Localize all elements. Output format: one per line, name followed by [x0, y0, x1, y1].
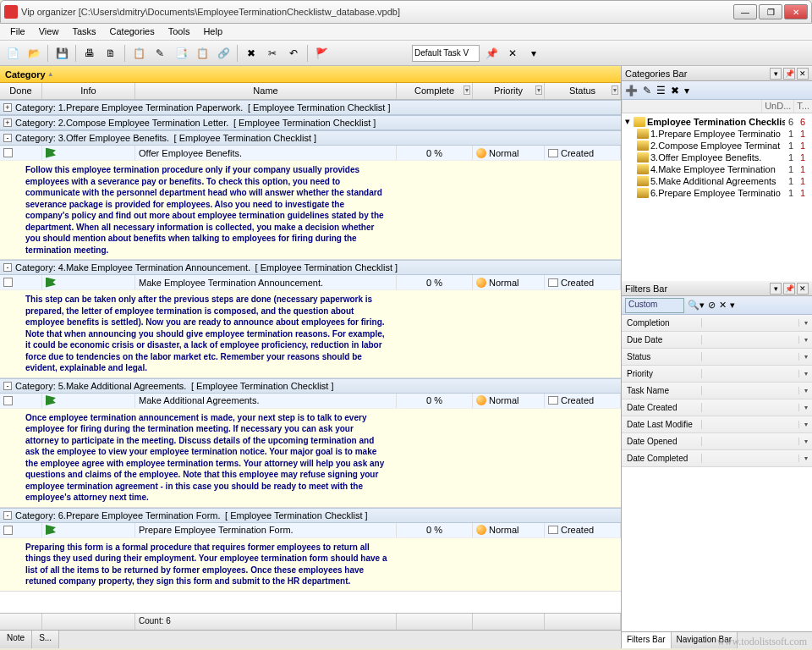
undo-button[interactable]: ↶ — [284, 44, 303, 63]
expand-toggle-icon[interactable]: - — [3, 382, 12, 390]
new-button[interactable]: 📄 — [3, 44, 22, 63]
menu-help[interactable]: Help — [196, 24, 229, 40]
edit-button[interactable]: ✎ — [151, 44, 169, 63]
dropdown-icon[interactable]: ▾ — [798, 387, 812, 394]
minimize-button[interactable]: — — [733, 4, 757, 19]
view-combo[interactable] — [412, 45, 480, 62]
cat-col-name[interactable] — [622, 100, 761, 113]
checkbox[interactable] — [3, 278, 13, 287]
tab-filters[interactable]: Filters Bar — [622, 632, 672, 648]
task-row[interactable]: Offer Employee Benefits.0 %NormalCreated — [0, 146, 621, 161]
expand-toggle-icon[interactable]: - — [3, 263, 12, 272]
expand-toggle-icon[interactable]: - — [3, 511, 12, 520]
cat-edit-icon[interactable]: ✎ — [643, 85, 651, 96]
expand-toggle-icon[interactable]: - — [3, 134, 12, 142]
tree-item[interactable]: 2.Compose Employee Terminat11 — [623, 140, 810, 151]
tab-s[interactable]: S... — [32, 631, 59, 648]
cell-done[interactable] — [0, 523, 42, 537]
filter-row[interactable]: Completion▾ — [622, 315, 812, 332]
filter-row[interactable]: Status▾ — [622, 349, 812, 366]
filter-row[interactable]: Priority▾ — [622, 366, 812, 383]
dropdown-icon[interactable]: ▾ — [798, 353, 812, 361]
group-header[interactable]: +Category: 1.Prepare Employee Terminatio… — [0, 100, 621, 115]
panel-close-button[interactable]: ✕ — [797, 68, 809, 80]
link-button[interactable]: 🔗 — [214, 44, 233, 63]
panel-pin-button[interactable]: 📌 — [783, 68, 795, 80]
tree-item[interactable]: 5.Make Additional Agreements11 — [623, 175, 810, 187]
group-header[interactable]: -Category: 3.Offer Employee Benefits. [ … — [0, 130, 621, 146]
cell-done[interactable] — [0, 394, 42, 408]
group-header[interactable]: -Category: 5.Make Additional Agreements.… — [0, 378, 621, 394]
checkbox[interactable] — [3, 526, 13, 535]
cat-more-icon[interactable]: ▾ — [684, 85, 689, 96]
dropdown-icon[interactable]: ▾ — [798, 404, 812, 411]
print-button[interactable]: 🖶 — [80, 44, 99, 63]
col-info[interactable]: Info — [42, 83, 135, 99]
dropdown-icon[interactable]: ▾ — [798, 370, 812, 377]
tree-item[interactable]: 6.Prepare Employee Terminatio11 — [623, 187, 810, 199]
dropdown-icon[interactable]: ▾ — [798, 336, 812, 344]
filter-dropdown-icon[interactable]: ▾ — [535, 85, 542, 95]
filter-row[interactable]: Date Completed▾ — [622, 450, 812, 467]
filter-dropdown-icon[interactable]: ▾ — [464, 85, 470, 95]
menu-file[interactable]: File — [3, 24, 32, 40]
cat-new-icon[interactable]: ➕ — [625, 85, 638, 96]
tree-item[interactable]: 3.Offer Employee Benefits.11 — [623, 151, 810, 163]
tool-x-button[interactable]: ✕ — [503, 44, 522, 63]
filter-more-icon[interactable]: ▾ — [730, 300, 735, 311]
pin-button[interactable]: 📌 — [482, 44, 501, 63]
open-button[interactable]: 📂 — [25, 44, 43, 63]
group-header[interactable]: +Category: 2.Compose Employee Terminatio… — [0, 115, 621, 130]
panel-pin-button[interactable]: 📌 — [783, 283, 795, 295]
save-button[interactable]: 💾 — [52, 44, 71, 63]
filter-dropdown-icon[interactable]: ▾ — [612, 85, 618, 95]
dropdown-icon[interactable]: ▾ — [798, 319, 812, 327]
newtask-button[interactable]: 📋 — [129, 44, 148, 63]
filter-row[interactable]: Date Last Modifie▾ — [622, 416, 812, 433]
checkbox[interactable] — [3, 148, 13, 157]
grid-body[interactable]: +Category: 1.Prepare Employee Terminatio… — [0, 100, 621, 613]
group-header[interactable]: -Category: 4.Make Employee Termination A… — [0, 260, 621, 275]
filter-row[interactable]: Task Name▾ — [622, 383, 812, 399]
col-status[interactable]: Status▾ — [545, 83, 621, 99]
col-complete[interactable]: Complete▾ — [397, 83, 473, 99]
cell-done[interactable] — [0, 275, 42, 289]
menu-tools[interactable]: Tools — [162, 24, 197, 40]
categories-tree[interactable]: ▾Employee Termination Checklis661.Prepar… — [622, 113, 812, 281]
group-header[interactable]: -Category: 6.Prepare Employee Terminatio… — [0, 508, 621, 523]
category-groupby-bar[interactable]: Category ▲ — [0, 66, 621, 83]
panel-close-button[interactable]: ✕ — [797, 283, 809, 295]
dropdown-icon[interactable]: ▾ — [798, 421, 812, 428]
panel-menu-button[interactable]: ▾ — [770, 283, 782, 295]
expand-toggle-icon[interactable]: + — [3, 118, 12, 127]
filter-clear-icon[interactable]: ⊘ — [708, 300, 716, 311]
tool-more-button[interactable]: ▾ — [524, 44, 543, 63]
col-name[interactable]: Name — [135, 83, 397, 99]
tree-root[interactable]: ▾Employee Termination Checklis66 — [623, 115, 810, 128]
filter-row[interactable]: Date Created▾ — [622, 399, 812, 416]
cat-col-t[interactable]: T... — [793, 100, 812, 113]
delete-button[interactable]: ✖ — [242, 44, 261, 63]
paste-button[interactable]: 📋 — [193, 44, 211, 63]
menu-tasks[interactable]: Tasks — [65, 24, 102, 40]
cut-button[interactable]: ✂ — [263, 44, 282, 63]
col-priority[interactable]: Priority▾ — [473, 83, 545, 99]
expand-toggle-icon[interactable]: + — [3, 103, 12, 112]
filter-delete-icon[interactable]: ✕ — [719, 300, 727, 311]
cell-done[interactable] — [0, 146, 42, 160]
cat-list-icon[interactable]: ☰ — [656, 85, 666, 96]
col-done[interactable]: Done — [0, 83, 42, 99]
cat-col-und[interactable]: UnD... — [761, 100, 793, 113]
filter-apply-icon[interactable]: 🔍▾ — [688, 300, 705, 311]
dropdown-icon[interactable]: ▾ — [798, 438, 812, 445]
tab-note[interactable]: Note — [0, 631, 32, 648]
filter-row[interactable]: Date Opened▾ — [622, 433, 812, 450]
task-row[interactable]: Make Additional Agreements.0 %NormalCrea… — [0, 394, 621, 409]
task-row[interactable]: Prepare Employee Termination Form.0 %Nor… — [0, 523, 621, 538]
task-row[interactable]: Make Employee Termination Announcement.0… — [0, 275, 621, 290]
panel-menu-button[interactable]: ▾ — [770, 68, 782, 80]
copy-button[interactable]: 📑 — [172, 44, 190, 63]
menu-view[interactable]: View — [32, 24, 66, 40]
collapse-icon[interactable]: ▾ — [625, 116, 634, 127]
filters-combo[interactable]: Custom — [625, 298, 684, 313]
